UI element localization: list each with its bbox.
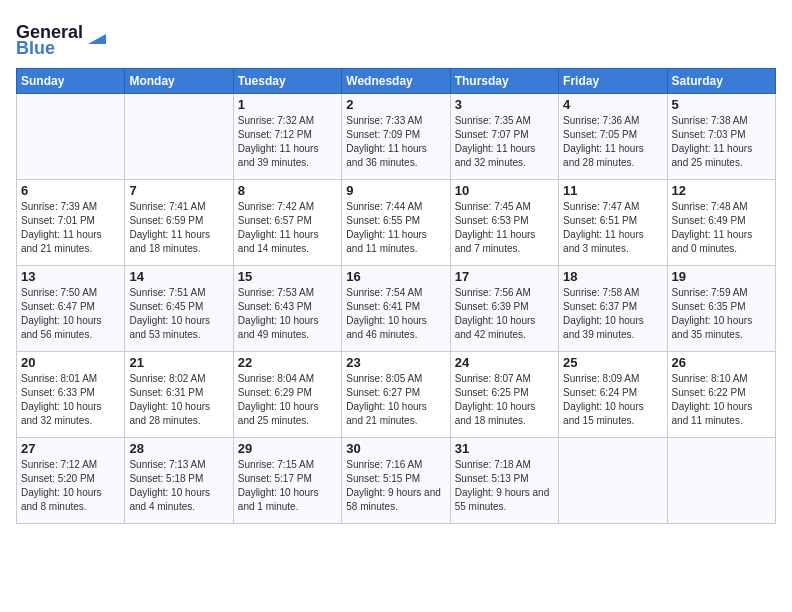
calendar-header-row: SundayMondayTuesdayWednesdayThursdayFrid… — [17, 69, 776, 94]
day-number: 3 — [455, 97, 554, 112]
calendar-cell: 21Sunrise: 8:02 AMSunset: 6:31 PMDayligh… — [125, 352, 233, 438]
day-info: Sunrise: 7:45 AMSunset: 6:53 PMDaylight:… — [455, 200, 554, 256]
day-info: Sunrise: 7:48 AMSunset: 6:49 PMDaylight:… — [672, 200, 771, 256]
weekday-header: Saturday — [667, 69, 775, 94]
day-number: 7 — [129, 183, 228, 198]
day-number: 26 — [672, 355, 771, 370]
page: General Blue SundayMondayTuesdayWednesda… — [0, 0, 792, 612]
calendar-cell: 17Sunrise: 7:56 AMSunset: 6:39 PMDayligh… — [450, 266, 558, 352]
day-info: Sunrise: 7:44 AMSunset: 6:55 PMDaylight:… — [346, 200, 445, 256]
day-info: Sunrise: 7:42 AMSunset: 6:57 PMDaylight:… — [238, 200, 337, 256]
day-number: 14 — [129, 269, 228, 284]
calendar-cell: 20Sunrise: 8:01 AMSunset: 6:33 PMDayligh… — [17, 352, 125, 438]
day-info: Sunrise: 8:05 AMSunset: 6:27 PMDaylight:… — [346, 372, 445, 428]
calendar-cell: 15Sunrise: 7:53 AMSunset: 6:43 PMDayligh… — [233, 266, 341, 352]
calendar-cell: 23Sunrise: 8:05 AMSunset: 6:27 PMDayligh… — [342, 352, 450, 438]
day-info: Sunrise: 8:07 AMSunset: 6:25 PMDaylight:… — [455, 372, 554, 428]
day-number: 29 — [238, 441, 337, 456]
day-number: 25 — [563, 355, 662, 370]
day-info: Sunrise: 8:04 AMSunset: 6:29 PMDaylight:… — [238, 372, 337, 428]
svg-marker-2 — [88, 34, 106, 44]
calendar-cell: 30Sunrise: 7:16 AMSunset: 5:15 PMDayligh… — [342, 438, 450, 524]
day-info: Sunrise: 7:13 AMSunset: 5:18 PMDaylight:… — [129, 458, 228, 514]
day-number: 1 — [238, 97, 337, 112]
calendar-week-row: 13Sunrise: 7:50 AMSunset: 6:47 PMDayligh… — [17, 266, 776, 352]
day-info: Sunrise: 7:12 AMSunset: 5:20 PMDaylight:… — [21, 458, 120, 514]
day-number: 20 — [21, 355, 120, 370]
calendar-cell: 18Sunrise: 7:58 AMSunset: 6:37 PMDayligh… — [559, 266, 667, 352]
calendar-week-row: 6Sunrise: 7:39 AMSunset: 7:01 PMDaylight… — [17, 180, 776, 266]
logo: General Blue — [16, 16, 106, 58]
day-number: 30 — [346, 441, 445, 456]
day-number: 9 — [346, 183, 445, 198]
calendar-cell: 2Sunrise: 7:33 AMSunset: 7:09 PMDaylight… — [342, 94, 450, 180]
day-number: 11 — [563, 183, 662, 198]
day-info: Sunrise: 7:35 AMSunset: 7:07 PMDaylight:… — [455, 114, 554, 170]
calendar-cell: 10Sunrise: 7:45 AMSunset: 6:53 PMDayligh… — [450, 180, 558, 266]
weekday-header: Tuesday — [233, 69, 341, 94]
calendar-cell: 3Sunrise: 7:35 AMSunset: 7:07 PMDaylight… — [450, 94, 558, 180]
day-info: Sunrise: 7:18 AMSunset: 5:13 PMDaylight:… — [455, 458, 554, 514]
day-info: Sunrise: 7:32 AMSunset: 7:12 PMDaylight:… — [238, 114, 337, 170]
calendar-cell: 16Sunrise: 7:54 AMSunset: 6:41 PMDayligh… — [342, 266, 450, 352]
day-info: Sunrise: 7:33 AMSunset: 7:09 PMDaylight:… — [346, 114, 445, 170]
calendar-cell — [17, 94, 125, 180]
calendar-cell: 13Sunrise: 7:50 AMSunset: 6:47 PMDayligh… — [17, 266, 125, 352]
calendar-cell: 4Sunrise: 7:36 AMSunset: 7:05 PMDaylight… — [559, 94, 667, 180]
calendar-cell: 27Sunrise: 7:12 AMSunset: 5:20 PMDayligh… — [17, 438, 125, 524]
calendar-cell: 1Sunrise: 7:32 AMSunset: 7:12 PMDaylight… — [233, 94, 341, 180]
day-number: 23 — [346, 355, 445, 370]
day-info: Sunrise: 8:09 AMSunset: 6:24 PMDaylight:… — [563, 372, 662, 428]
day-number: 15 — [238, 269, 337, 284]
calendar-cell — [125, 94, 233, 180]
day-info: Sunrise: 7:47 AMSunset: 6:51 PMDaylight:… — [563, 200, 662, 256]
logo-svg: General Blue — [16, 16, 106, 58]
day-info: Sunrise: 7:51 AMSunset: 6:45 PMDaylight:… — [129, 286, 228, 342]
calendar-cell: 25Sunrise: 8:09 AMSunset: 6:24 PMDayligh… — [559, 352, 667, 438]
weekday-header: Wednesday — [342, 69, 450, 94]
calendar-week-row: 27Sunrise: 7:12 AMSunset: 5:20 PMDayligh… — [17, 438, 776, 524]
day-number: 4 — [563, 97, 662, 112]
svg-text:Blue: Blue — [16, 38, 55, 58]
calendar-cell: 22Sunrise: 8:04 AMSunset: 6:29 PMDayligh… — [233, 352, 341, 438]
calendar-cell: 28Sunrise: 7:13 AMSunset: 5:18 PMDayligh… — [125, 438, 233, 524]
calendar-cell: 26Sunrise: 8:10 AMSunset: 6:22 PMDayligh… — [667, 352, 775, 438]
calendar-week-row: 20Sunrise: 8:01 AMSunset: 6:33 PMDayligh… — [17, 352, 776, 438]
day-info: Sunrise: 8:02 AMSunset: 6:31 PMDaylight:… — [129, 372, 228, 428]
day-number: 18 — [563, 269, 662, 284]
day-info: Sunrise: 7:41 AMSunset: 6:59 PMDaylight:… — [129, 200, 228, 256]
calendar-cell: 11Sunrise: 7:47 AMSunset: 6:51 PMDayligh… — [559, 180, 667, 266]
day-number: 17 — [455, 269, 554, 284]
day-info: Sunrise: 8:01 AMSunset: 6:33 PMDaylight:… — [21, 372, 120, 428]
calendar-cell: 5Sunrise: 7:38 AMSunset: 7:03 PMDaylight… — [667, 94, 775, 180]
day-number: 8 — [238, 183, 337, 198]
weekday-header: Thursday — [450, 69, 558, 94]
day-info: Sunrise: 7:53 AMSunset: 6:43 PMDaylight:… — [238, 286, 337, 342]
day-info: Sunrise: 7:16 AMSunset: 5:15 PMDaylight:… — [346, 458, 445, 514]
calendar-body: 1Sunrise: 7:32 AMSunset: 7:12 PMDaylight… — [17, 94, 776, 524]
calendar-cell: 12Sunrise: 7:48 AMSunset: 6:49 PMDayligh… — [667, 180, 775, 266]
day-number: 22 — [238, 355, 337, 370]
day-number: 21 — [129, 355, 228, 370]
day-number: 31 — [455, 441, 554, 456]
day-info: Sunrise: 7:15 AMSunset: 5:17 PMDaylight:… — [238, 458, 337, 514]
calendar-cell: 31Sunrise: 7:18 AMSunset: 5:13 PMDayligh… — [450, 438, 558, 524]
calendar-cell — [667, 438, 775, 524]
calendar-cell: 9Sunrise: 7:44 AMSunset: 6:55 PMDaylight… — [342, 180, 450, 266]
day-number: 13 — [21, 269, 120, 284]
day-number: 28 — [129, 441, 228, 456]
day-number: 5 — [672, 97, 771, 112]
day-number: 10 — [455, 183, 554, 198]
day-number: 16 — [346, 269, 445, 284]
day-info: Sunrise: 7:50 AMSunset: 6:47 PMDaylight:… — [21, 286, 120, 342]
calendar-cell — [559, 438, 667, 524]
calendar-cell: 8Sunrise: 7:42 AMSunset: 6:57 PMDaylight… — [233, 180, 341, 266]
calendar-table: SundayMondayTuesdayWednesdayThursdayFrid… — [16, 68, 776, 524]
calendar-week-row: 1Sunrise: 7:32 AMSunset: 7:12 PMDaylight… — [17, 94, 776, 180]
calendar-cell: 29Sunrise: 7:15 AMSunset: 5:17 PMDayligh… — [233, 438, 341, 524]
day-info: Sunrise: 7:39 AMSunset: 7:01 PMDaylight:… — [21, 200, 120, 256]
weekday-header: Sunday — [17, 69, 125, 94]
day-info: Sunrise: 7:54 AMSunset: 6:41 PMDaylight:… — [346, 286, 445, 342]
day-info: Sunrise: 8:10 AMSunset: 6:22 PMDaylight:… — [672, 372, 771, 428]
day-number: 12 — [672, 183, 771, 198]
